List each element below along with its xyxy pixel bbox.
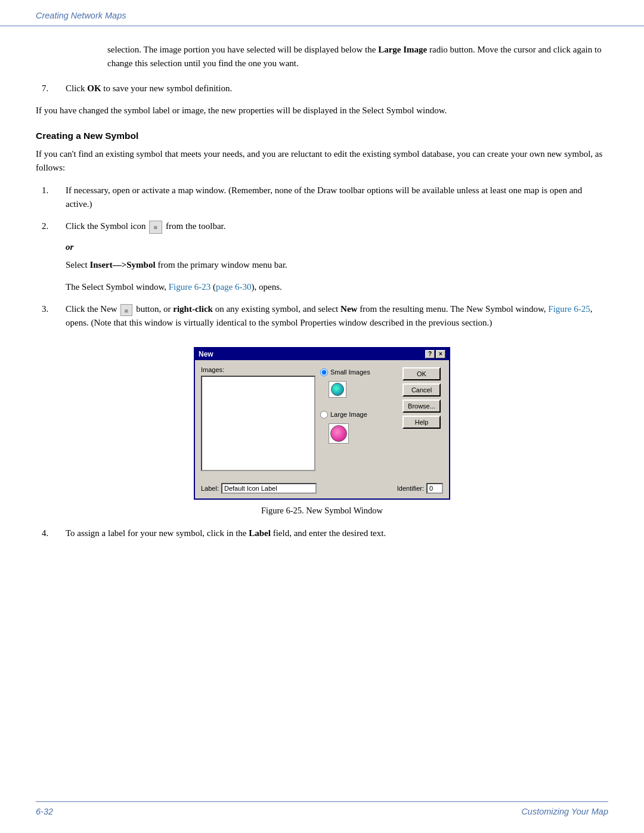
dialog-middle-panel: Small Images Large Image [320,366,398,475]
ok-button[interactable]: OK [402,367,441,380]
new-symbol-dialog: New ? × Images: [194,347,450,500]
small-images-radio-row: Small Images [320,368,398,376]
footer-section-title: Customizing Your Map [521,807,608,816]
large-image-label: Large Image [330,411,367,418]
browse-button[interactable]: Browse... [402,400,441,413]
new-bold: New [340,304,357,314]
figure-container: New ? × Images: [36,347,608,516]
dialog-right-panel: OK Cancel Browse... Help [402,366,443,475]
step-3-text: Click the New ⊞ button, or right-click o… [66,302,608,330]
dialog-titlebar: New ? × [195,348,449,360]
page-header: Creating Network Maps [0,0,644,26]
step-4-num: 4. [36,527,66,540]
step-2-num: 2. [36,219,66,234]
step-1: 1. If necessary, open or activate a map … [36,184,608,212]
header-title: Creating Network Maps [36,11,126,20]
symbol-icon-inline: ⊞ [149,221,162,234]
dialog-left-panel: Images: [201,366,315,475]
small-images-label: Small Images [330,368,370,376]
dialog-body: Images: Small Images [195,360,449,481]
small-images-radio[interactable] [320,368,328,376]
figure-6-25-link[interactable]: Figure 6-25 [548,304,590,314]
step-1-num: 1. [36,184,66,212]
label-label: Label: [201,485,219,492]
identifier-input[interactable] [426,483,443,494]
small-icon-preview [331,383,344,396]
large-image-radio[interactable] [320,411,328,419]
dialog-close-btn[interactable]: × [436,350,445,358]
help-button[interactable]: Help [402,416,441,429]
section-intro: If you can't find an existing symbol tha… [36,147,608,175]
large-icon-preview [330,425,347,442]
page-6-30-link[interactable]: page 6-30 [216,282,252,292]
step-3-num: 3. [36,302,66,330]
or-label: or [66,242,608,252]
label-bold: Label [249,528,271,538]
select-insert-para: Select Insert—>Symbol from the primary w… [66,258,608,272]
label-input[interactable] [221,483,317,494]
ok-bold: OK [87,83,101,93]
insert-symbol-bold: Insert—>Symbol [89,260,155,270]
dialog-controls: ? × [425,350,445,358]
page-container: Creating Network Maps selection. The ima… [0,0,644,833]
dialog-bottom-row: Label: Identifier: [195,481,449,498]
step-2-text: Click the Symbol icon ⊞ from the toolbar… [66,219,608,234]
main-content: selection. The image portion you have se… [0,26,644,584]
right-click-bold: right-click [173,304,213,314]
label-field-row: Label: [201,483,317,494]
large-image-radio-row: Large Image [320,411,398,419]
footer-page-num: 6-32 [36,807,53,816]
images-label: Images: [201,366,315,373]
step-7-num: 7. [36,82,66,95]
symbol-label-para: If you have changed the symbol label or … [36,104,608,117]
new-icon-inline: ⊞ [120,304,132,316]
step-7: 7. Click OK to save your new symbol defi… [36,82,608,95]
identifier-label: Identifier: [397,485,424,492]
large-image-preview [329,423,349,444]
figure-6-23-link[interactable]: Figure 6-23 [169,282,210,292]
step-1-text: If necessary, open or activate a map win… [66,184,608,212]
section-heading: Creating a New Symbol [36,131,608,141]
page-footer: 6-32 Customizing Your Map [36,801,608,816]
images-listbox[interactable] [201,376,315,471]
step-4: 4. To assign a label for your new symbol… [36,527,608,540]
dialog-help-btn[interactable]: ? [425,350,435,358]
step-3: 3. Click the New ⊞ button, or right-clic… [36,302,608,330]
step-2: 2. Click the Symbol icon ⊞ from the tool… [36,219,608,234]
identifier-row: Identifier: [397,483,443,494]
figure-caption: Figure 6-25. New Symbol Window [261,506,383,516]
cancel-button[interactable]: Cancel [402,383,441,397]
dialog-title: New [199,350,213,358]
small-image-preview [329,381,346,398]
step-7-text: Click OK to save your new symbol definit… [66,82,608,95]
bold-large-image: Large Image [378,45,427,54]
intro-paragraph: selection. The image portion you have se… [107,43,608,71]
step-4-text: To assign a label for your new symbol, c… [66,527,608,540]
select-symbol-line: The Select Symbol window, Figure 6-23 (p… [66,280,608,294]
